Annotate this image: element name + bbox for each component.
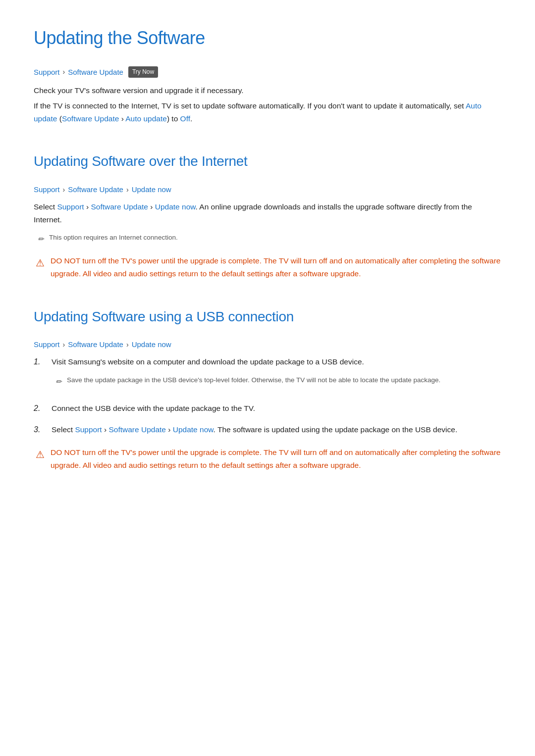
section1-body-text: Select Support › Software Update › Updat…: [34, 201, 501, 226]
section2-sep-2: ›: [126, 339, 129, 350]
step-3-before: Select: [52, 425, 75, 434]
section1-breadcrumb-support[interactable]: Support: [34, 184, 60, 196]
section1-warning-text: DO NOT turn off the TV's power until the…: [51, 254, 501, 280]
intro-software-update-link[interactable]: Software Update: [62, 114, 119, 123]
section2-sep-1: ›: [63, 339, 65, 350]
step-3-sep1: ›: [102, 425, 109, 434]
section1-warning: ⚠ DO NOT turn off the TV's power until t…: [36, 254, 501, 280]
section1-sep-1: ›: [63, 184, 65, 195]
intro-off-link[interactable]: Off: [180, 114, 190, 123]
step-1-content: Visit Samsung's website on a computer an…: [52, 355, 501, 394]
section2-steps: 1. Visit Samsung's website on a computer…: [34, 355, 501, 436]
intro-auto-update-link-2[interactable]: Auto update: [125, 114, 167, 123]
section1-breadcrumb-update-now[interactable]: Update now: [132, 184, 171, 196]
section1-breadcrumb: Support › Software Update › Update now: [34, 184, 501, 196]
step-3-sep2: ›: [166, 425, 173, 434]
section1-body-sep1: ›: [84, 202, 91, 211]
try-now-badge[interactable]: Try Now: [128, 66, 158, 78]
step-number-2: 2.: [34, 402, 44, 415]
note-pencil-icon: ✏: [38, 233, 44, 245]
section2-title: Updating Software using a USB connection: [34, 306, 501, 328]
step-2-text: Connect the USB device with the update p…: [52, 404, 255, 412]
breadcrumb-support[interactable]: Support: [34, 66, 60, 78]
section1-note-text: This option requires an Internet connect…: [49, 233, 178, 243]
step-3-update-now[interactable]: Update now: [173, 425, 214, 434]
intro-para-2-before: If the TV is connected to the Internet, …: [34, 101, 466, 110]
section1-body-update-now[interactable]: Update now: [155, 202, 196, 211]
list-item: 2. Connect the USB device with the updat…: [34, 402, 501, 415]
section1-sep-2: ›: [126, 184, 129, 195]
step-3-after: . The software is updated using the upda…: [214, 425, 458, 434]
section1-title: Updating Software over the Internet: [34, 151, 501, 173]
intro-sep: ›: [119, 114, 125, 123]
list-item: 3. Select Support › Software Update › Up…: [34, 423, 501, 436]
step-3-support[interactable]: Support: [75, 425, 102, 434]
section2-breadcrumb-software-update[interactable]: Software Update: [68, 339, 123, 351]
warning-triangle-icon: ⚠: [36, 255, 45, 271]
page-title: Updating the Software: [34, 24, 501, 52]
intro-para-1: Check your TV's software version and upg…: [34, 84, 501, 97]
section2-warning-triangle-icon: ⚠: [36, 447, 45, 463]
intro-para-2: If the TV is connected to the Internet, …: [34, 100, 501, 125]
section1-body-sep2: ›: [148, 202, 155, 211]
section2-breadcrumb: Support › Software Update › Update now: [34, 339, 501, 351]
breadcrumb-software-update[interactable]: Software Update: [68, 66, 123, 78]
step-1-text: Visit Samsung's website on a computer an…: [52, 357, 364, 366]
section1-breadcrumb-software-update[interactable]: Software Update: [68, 184, 123, 196]
section1-body-software-update[interactable]: Software Update: [91, 202, 148, 211]
step-3-software-update[interactable]: Software Update: [108, 425, 165, 434]
section2-breadcrumb-update-now[interactable]: Update now: [132, 339, 171, 351]
step-number-1: 1.: [34, 355, 44, 368]
step-1-note-icon: ✏: [55, 376, 62, 387]
section2-warning: ⚠ DO NOT turn off the TV's power until t…: [36, 446, 501, 471]
step-1-note-text: Save the update package in the USB devic…: [67, 375, 440, 386]
step-2-content: Connect the USB device with the update p…: [52, 402, 501, 415]
section1-body-before: Select: [34, 202, 57, 211]
breadcrumb-sep-1: ›: [63, 66, 65, 77]
intro-breadcrumb: Support › Software Update Try Now: [34, 66, 501, 78]
step-1-note: ✏ Save the update package in the USB dev…: [55, 375, 501, 387]
intro-para-2-period: .: [190, 114, 192, 123]
list-item: 1. Visit Samsung's website on a computer…: [34, 355, 501, 394]
section1-note: ✏ This option requires an Internet conne…: [38, 233, 501, 245]
intro-para-2-mid: (: [57, 114, 61, 123]
intro-para-2-end: ) to: [167, 114, 180, 123]
section2-warning-text: DO NOT turn off the TV's power until the…: [51, 446, 501, 471]
section2-breadcrumb-support[interactable]: Support: [34, 339, 60, 351]
step-3-content: Select Support › Software Update › Updat…: [52, 423, 501, 436]
section1-body-support[interactable]: Support: [57, 202, 84, 211]
step-number-3: 3.: [34, 423, 44, 436]
